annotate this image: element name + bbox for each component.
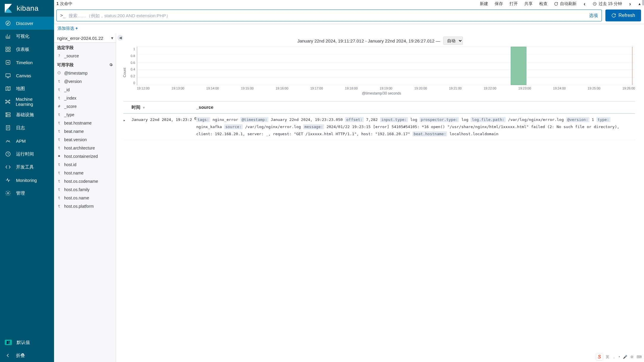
ime-keyboard-icon[interactable]: ⌨	[637, 355, 642, 359]
apm-icon	[5, 138, 11, 144]
x-tick: 19:13:00	[172, 86, 184, 90]
sidebar-item-dev[interactable]: 开发工具	[0, 160, 54, 174]
sidebar-item-monitor[interactable]: Monitoring	[0, 174, 54, 187]
field-host.architecture[interactable]: thost.architecture	[54, 144, 116, 152]
interval-select[interactable]: 自动	[443, 37, 463, 45]
field-host.os.name[interactable]: thost.os.name	[54, 194, 116, 202]
field-host.id[interactable]: thost.id	[54, 160, 116, 169]
topbar-action-共享[interactable]: 共享	[524, 1, 533, 7]
topbar-action-新建[interactable]: 新建	[480, 1, 488, 7]
field-_score[interactable]: #_score	[54, 102, 116, 111]
ime-lang[interactable]: 英	[606, 355, 609, 360]
search-input[interactable]	[69, 13, 589, 18]
sidebar-item-gear[interactable]: 管理	[0, 187, 54, 200]
ime-mic-icon[interactable]: 🎤	[623, 355, 627, 359]
sidebar-item-uptime[interactable]: 运行时间	[0, 147, 54, 160]
monitor-icon	[5, 177, 11, 183]
x-tick: 19:12:00	[137, 86, 150, 90]
sidebar-item-infra[interactable]: 基础设施	[0, 108, 54, 121]
timelion-icon	[5, 59, 11, 66]
field-@version[interactable]: t@version	[54, 77, 116, 86]
sidebar-item-ml[interactable]: Machine Learning	[0, 95, 54, 108]
field-_type[interactable]: t_type	[54, 111, 116, 119]
field-beat.hostname[interactable]: tbeat.hostname	[54, 119, 116, 127]
prompt-icon: >_	[60, 13, 66, 18]
field-host.name[interactable]: thost.name	[54, 169, 116, 177]
sidebar-item-canvas[interactable]: Canvas	[0, 69, 54, 82]
clock-icon	[593, 2, 597, 6]
time-prev-button[interactable]: ‹	[583, 1, 586, 7]
sidebar-item-label: 开发工具	[16, 164, 34, 170]
sidebar-item-label: 日志	[16, 125, 25, 131]
now-marker-line	[632, 47, 632, 85]
field-beat.name[interactable]: tbeat.name	[54, 127, 116, 136]
expand-row-icon[interactable]: ▸	[123, 116, 132, 138]
histogram-chart[interactable]: Count 10.80.60.40.20 19:12:0019:13:0019:…	[116, 47, 644, 98]
topbar-action-打开[interactable]: 打开	[509, 1, 518, 7]
ime-punct[interactable]: ，	[612, 355, 616, 360]
search-options-link[interactable]: 选项	[589, 13, 598, 18]
auto-refresh-toggle[interactable]: 自动刷新	[554, 1, 577, 7]
sogou-ime-icon[interactable]: S	[596, 354, 603, 360]
histogram-bar[interactable]	[511, 47, 527, 85]
time-next-button[interactable]: ›	[629, 1, 632, 7]
collapse-fields-icon[interactable]: ◀	[117, 35, 123, 41]
gear-icon[interactable]	[109, 63, 113, 67]
ime-half[interactable]: •	[619, 355, 620, 359]
field-type-icon: t	[57, 196, 61, 200]
canvas-icon	[5, 72, 11, 79]
sidebar-item-apm[interactable]: APM	[0, 134, 54, 147]
arrow-left-icon	[5, 352, 11, 359]
field-type-icon: t	[57, 204, 61, 208]
ime-settings-icon[interactable]: ⚙	[630, 355, 634, 359]
column-time-header[interactable]: 时间▼	[132, 102, 196, 113]
sidebar-item-logs[interactable]: 日志	[0, 121, 54, 134]
svg-point-14	[7, 113, 7, 114]
field-_index[interactable]: t_index	[54, 94, 116, 102]
search-box[interactable]: >_ 选项	[56, 10, 602, 21]
logs-icon	[5, 125, 11, 131]
sidebar-item-label: Discover	[16, 21, 33, 26]
scroll-top-icon[interactable]: ▴	[638, 2, 641, 6]
field-host.containerized[interactable]: host.containerized	[54, 152, 116, 160]
field-beat.version[interactable]: tbeat.version	[54, 136, 116, 144]
logo[interactable]: kibana	[0, 0, 54, 17]
field-type-icon: t	[57, 121, 61, 125]
field-name-label: host.containerized	[64, 154, 98, 159]
sidebar-default-space[interactable]: 默 默认值	[0, 336, 54, 349]
field-host.os.platform[interactable]: thost.os.platform	[54, 202, 116, 210]
brand-text: kibana	[17, 4, 39, 12]
sidebar-item-chart[interactable]: 可视化	[0, 30, 54, 43]
topbar-action-检查[interactable]: 检查	[539, 1, 548, 7]
field-@timestamp[interactable]: @timestamp	[54, 69, 116, 77]
x-tick: 19:21:00	[449, 86, 462, 90]
field-type-icon: t	[57, 88, 61, 92]
field-name-label: beat.version	[64, 137, 87, 142]
refresh-icon	[611, 13, 616, 18]
sidebar-item-timelion[interactable]: Timelion	[0, 56, 54, 69]
table-row: ▸January 22nd 2024, 19:23:2tags: nginx_e…	[123, 114, 635, 140]
topbar-action-保存[interactable]: 保存	[495, 1, 503, 7]
field-type-icon: t	[57, 188, 61, 192]
topbar: 1 次命中 新建保存打开共享检查自动刷新‹过去 15 分钟›▴ >_ 选项 Re…	[54, 0, 644, 24]
field-host.os.family[interactable]: thost.os.family	[54, 185, 116, 194]
add-filter-bar: 添加筛选 +	[54, 24, 644, 34]
sidebar-item-compass[interactable]: Discover	[0, 17, 54, 30]
time-picker[interactable]: 过去 15 分钟	[593, 1, 622, 7]
add-filter-link[interactable]: 添加筛选 +	[58, 26, 78, 31]
sidebar-item-label: APM	[16, 138, 26, 144]
field-_source[interactable]: ?_source	[54, 52, 116, 60]
sidebar-collapse[interactable]: 折叠	[0, 349, 54, 362]
vertical-scroll-indicator[interactable]	[642, 0, 644, 5]
sidebar-item-label: 折叠	[16, 353, 25, 358]
kibana-logo-icon	[4, 3, 13, 13]
field-_id[interactable]: t_id	[54, 86, 116, 94]
sidebar-item-dashboard[interactable]: 仪表板	[0, 43, 54, 56]
column-source-header[interactable]: _source	[196, 102, 635, 113]
dashboard-icon	[5, 46, 11, 53]
refresh-button[interactable]: Refresh	[605, 10, 641, 21]
index-pattern-select[interactable]: nginx_error-2024.01.22 ▾	[54, 34, 116, 43]
field-key: message:	[303, 124, 324, 129]
sidebar-item-map[interactable]: 地图	[0, 82, 54, 95]
field-host.os.codename[interactable]: thost.os.codename	[54, 177, 116, 185]
